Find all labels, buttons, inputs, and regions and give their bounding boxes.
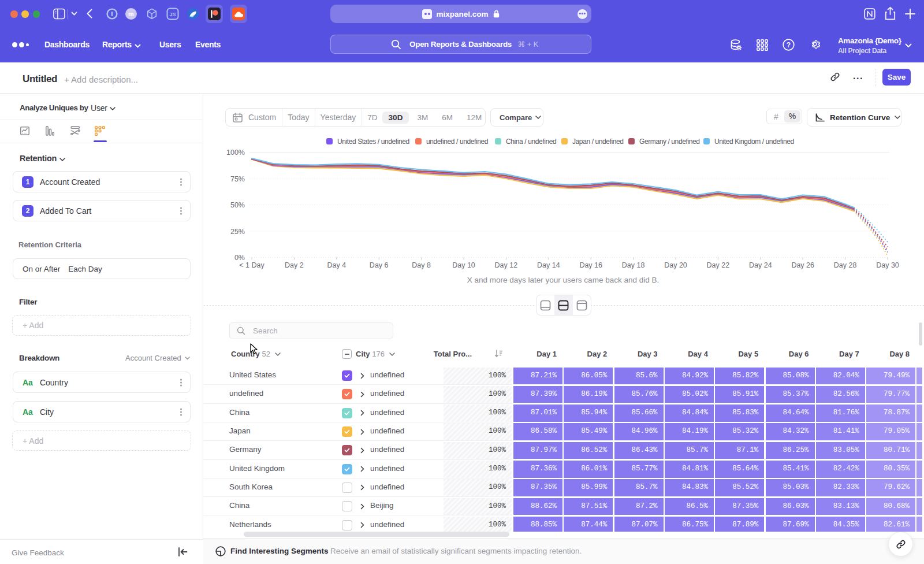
svg-text:m: m xyxy=(128,10,134,17)
svg-text:Day 24: Day 24 xyxy=(749,261,772,269)
svg-text:Day 30: Day 30 xyxy=(876,261,899,269)
svg-text:0%: 0% xyxy=(234,254,245,262)
svg-text:Day 14: Day 14 xyxy=(537,261,560,269)
svg-text:Day 6: Day 6 xyxy=(370,261,389,269)
svg-text:< 1 Day: < 1 Day xyxy=(239,261,264,269)
svg-text:Day 4: Day 4 xyxy=(327,261,346,269)
svg-text:Day 16: Day 16 xyxy=(579,261,602,269)
svg-text:JS: JS xyxy=(169,12,176,17)
svg-text:50%: 50% xyxy=(230,201,245,209)
svg-text:25%: 25% xyxy=(230,228,245,236)
svg-text:75%: 75% xyxy=(230,175,245,183)
svg-text:Day 2: Day 2 xyxy=(285,261,304,269)
svg-text:Day 12: Day 12 xyxy=(495,261,518,269)
svg-text:100%: 100% xyxy=(226,149,245,157)
svg-text:Day 18: Day 18 xyxy=(622,261,645,269)
svg-text:Day 22: Day 22 xyxy=(707,261,730,269)
svg-text:Day 10: Day 10 xyxy=(452,261,475,269)
svg-text:Day 26: Day 26 xyxy=(791,261,814,269)
svg-text:Day 8: Day 8 xyxy=(412,261,431,269)
svg-text:Day 20: Day 20 xyxy=(664,261,687,269)
svg-text:Day 28: Day 28 xyxy=(834,261,857,269)
svg-text:?: ? xyxy=(787,41,791,49)
